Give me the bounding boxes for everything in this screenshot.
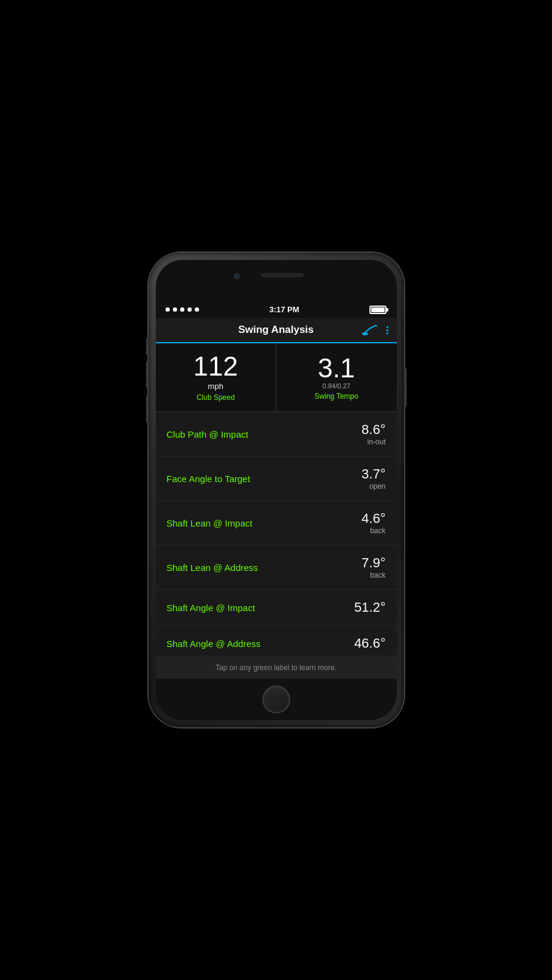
screen-content: 3:17 PM Swing Analysis [156, 301, 397, 679]
phone-screen: 3:17 PM Swing Analysis [156, 260, 397, 720]
golf-club-icon[interactable] [362, 324, 378, 336]
metric-value-3: 7.9° [362, 555, 385, 571]
metric-sub-0: in-out [362, 438, 385, 446]
swing-tempo-value: 3.1 [318, 355, 355, 382]
front-camera [234, 273, 240, 279]
swing-tempo-sub: 0.84/0.27 [323, 382, 351, 390]
top-bezel [156, 260, 397, 301]
home-button[interactable] [262, 685, 290, 713]
metric-label-0[interactable]: Club Path @ Impact [167, 429, 248, 439]
power-button[interactable] [404, 368, 407, 407]
swing-tempo-cell[interactable]: 3.1 0.84/0.27 Swing Tempo [276, 343, 397, 411]
metric-value-wrap-2: 4.6°back [362, 511, 385, 535]
club-speed-cell[interactable]: 112 mph Club Speed [156, 343, 277, 411]
metric-label-3[interactable]: Shaft Lean @ Address [167, 562, 258, 573]
metric-value-0: 8.6° [362, 422, 385, 438]
volume-up-button[interactable] [146, 361, 148, 389]
metric-row[interactable]: Shaft Lean @ Impact4.6°back [156, 501, 397, 545]
metric-label-1[interactable]: Face Angle to Target [167, 474, 250, 484]
phone-frame: 3:17 PM Swing Analysis [148, 253, 404, 727]
swing-tempo-label: Swing Tempo [315, 392, 358, 401]
svg-point-0 [362, 332, 368, 335]
status-bar: 3:17 PM [156, 301, 397, 318]
metrics-list: Club Path @ Impact8.6°in-outFace Angle t… [156, 412, 397, 656]
club-speed-unit: mph [208, 382, 223, 391]
top-stats-panel: 112 mph Club Speed 3.1 0.84/0.27 Swing T… [156, 343, 397, 412]
metric-value-2: 4.6° [362, 511, 385, 527]
metric-row[interactable]: Shaft Lean @ Address7.9°back [156, 545, 397, 590]
metric-value-wrap-0: 8.6°in-out [362, 422, 385, 446]
metric-row[interactable]: Club Path @ Impact8.6°in-out [156, 412, 397, 457]
more-dot-2 [386, 329, 388, 331]
status-time: 3:17 PM [269, 305, 299, 314]
footer-hint: Tap on any green label to learn more. [156, 656, 397, 679]
metric-sub-1: open [362, 482, 385, 491]
metric-value-wrap-3: 7.9°back [362, 555, 385, 579]
metric-value-wrap-5: 46.6° [354, 635, 386, 651]
signal-dot-3 [180, 307, 184, 312]
volume-down-button[interactable] [146, 395, 148, 423]
metric-row[interactable]: Shaft Angle @ Impact51.2° [156, 590, 397, 626]
footer-hint-text: Tap on any green label to learn more. [215, 663, 337, 672]
metric-sub-3: back [362, 571, 385, 579]
signal-indicator [166, 307, 199, 312]
earpiece-speaker [261, 273, 304, 277]
metric-value-wrap-4: 51.2° [354, 600, 386, 615]
metric-label-4[interactable]: Shaft Angle @ Impact [167, 603, 255, 613]
signal-dot-1 [166, 307, 170, 312]
signal-dot-5 [195, 307, 199, 312]
metric-value-5: 46.6° [354, 635, 386, 651]
club-speed-value: 112 [194, 353, 238, 380]
metric-sub-2: back [362, 527, 385, 535]
metric-value-wrap-1: 3.7°open [362, 466, 385, 491]
more-dot-1 [386, 326, 388, 328]
metric-row[interactable]: Shaft Angle @ Address46.6° [156, 626, 397, 656]
more-dot-3 [386, 332, 388, 334]
metric-row[interactable]: Face Angle to Target3.7°open [156, 457, 397, 501]
signal-dot-4 [187, 307, 192, 312]
battery-icon [369, 306, 386, 314]
metric-label-5[interactable]: Shaft Angle @ Address [167, 639, 261, 649]
club-speed-label: Club Speed [197, 393, 235, 402]
bottom-bezel [156, 679, 397, 720]
nav-action-icons [362, 324, 388, 336]
metric-label-2[interactable]: Shaft Lean @ Impact [167, 518, 253, 528]
more-options-icon[interactable] [386, 326, 388, 334]
metric-value-4: 51.2° [354, 600, 386, 615]
signal-dot-2 [173, 307, 177, 312]
battery-fill [371, 307, 385, 312]
page-title: Swing Analysis [238, 324, 313, 336]
mute-button[interactable] [146, 338, 148, 355]
navigation-bar: Swing Analysis [156, 318, 397, 343]
metric-value-1: 3.7° [362, 466, 385, 482]
